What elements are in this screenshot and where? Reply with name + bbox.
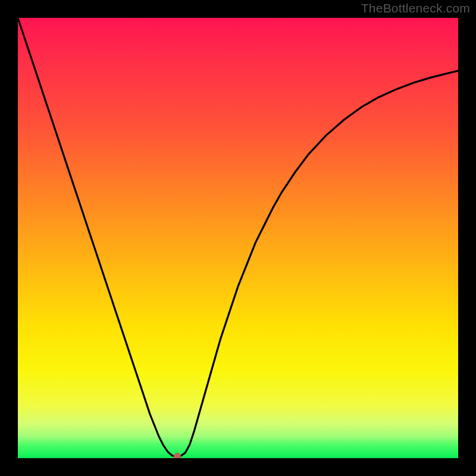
chart-frame: TheBottleneck.com [0,0,476,476]
minimum-marker [173,453,181,458]
bottleneck-curve [18,18,458,458]
plot-area [18,18,458,458]
watermark-text: TheBottleneck.com [361,1,470,15]
